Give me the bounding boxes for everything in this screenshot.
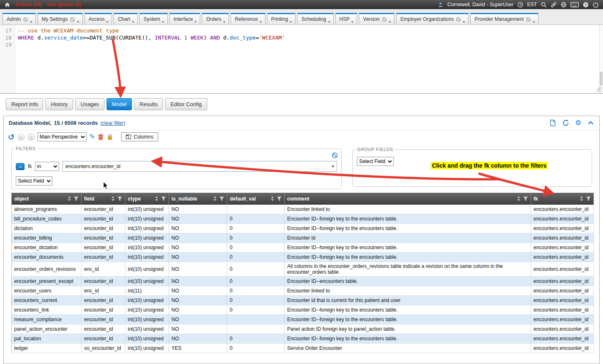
clear-filters-icon[interactable]	[332, 152, 338, 158]
home-icon[interactable]	[4, 2, 10, 8]
history-back-button[interactable]: ‹	[17, 134, 25, 141]
nav-tab-access[interactable]: Access	[84, 13, 112, 25]
filter-value-combobox[interactable]: ▼	[62, 161, 337, 172]
sort-icon[interactable]	[154, 196, 159, 201]
sort-icon[interactable]	[516, 196, 521, 201]
new-document-icon[interactable]	[549, 119, 556, 126]
column-header-field[interactable]: field	[82, 193, 125, 205]
panel-tab-model[interactable]: Model	[107, 98, 132, 110]
edit-perspective-icon[interactable]: ✎	[89, 134, 95, 140]
table-row[interactable]: panel_action_encounterencounter_idint(10…	[12, 324, 594, 334]
table-row[interactable]: dictationencounter_idint(10) unsignedNO0…	[12, 224, 594, 233]
table-row[interactable]: encounter_dictationencounter_idint(10) u…	[12, 243, 594, 253]
tab-menu-circle-icon[interactable]	[456, 17, 461, 22]
column-header-default_val[interactable]: default_val	[227, 193, 285, 205]
column-header-fk[interactable]: fk	[531, 193, 594, 205]
collapse-panel-icon[interactable]	[587, 119, 594, 126]
delete-perspective-icon[interactable]	[98, 134, 104, 140]
panel-tab-history[interactable]: History	[45, 98, 73, 110]
table-row[interactable]: encounter_billingencounter_idint(10) uns…	[12, 233, 594, 243]
sql-editor[interactable]: 171819 -- use the WCEXAM document typeWH…	[0, 25, 603, 94]
clear-filter-link[interactable]: (clear filter)	[100, 120, 125, 126]
panel-header-icons: ⚙	[549, 119, 594, 126]
column-header-comment[interactable]: comment	[285, 193, 531, 205]
filter-funnel-icon[interactable]	[117, 196, 122, 201]
filter-funnel-icon[interactable]	[161, 196, 166, 201]
combo-dropdown-icon[interactable]: ▼	[329, 164, 337, 168]
nav-tab-orders[interactable]: Orders	[202, 13, 229, 25]
sort-icon[interactable]	[212, 196, 218, 201]
tab-menu-circle-icon[interactable]	[23, 17, 28, 22]
table-row[interactable]: bill_procedure_codesencounter_idint(10) …	[12, 214, 594, 224]
nav-tab-my-settings[interactable]: My Settings	[37, 13, 83, 25]
editor-scrollbar[interactable]	[599, 25, 603, 93]
orders-queue-link[interactable]: Orders (44)	[15, 2, 42, 7]
filter-funnel-icon[interactable]	[586, 196, 591, 201]
table-row[interactable]: measure_complianceencounter_idint(10) un…	[12, 315, 594, 324]
undo-icon[interactable]: ↺	[8, 133, 15, 141]
sort-icon[interactable]	[270, 196, 275, 201]
columns-button[interactable]: Columns	[121, 132, 158, 141]
nav-tab-admin[interactable]: Admin	[2, 13, 36, 25]
filter-operator-select[interactable]: in	[35, 162, 59, 171]
gear-icon[interactable]: ⚙	[575, 119, 581, 126]
nav-tab-employer-organizations[interactable]: Employer Organizations	[396, 13, 469, 25]
table-row[interactable]: ledgerso_encounter_idint(10) unsignedYES…	[12, 344, 594, 353]
panel-tab-results[interactable]: Results	[134, 98, 163, 110]
column-header-ctype[interactable]: ctype	[125, 193, 169, 205]
table-row[interactable]: pat_locationencounter_idint(10) unsigned…	[12, 334, 594, 344]
tab-menu-circle-icon[interactable]	[526, 17, 531, 22]
sort-icon[interactable]	[110, 196, 116, 201]
nav-tab-hsp[interactable]: HSP	[335, 13, 357, 25]
table-row[interactable]: encounter_orders_revisionsenc_idint(10) …	[12, 262, 594, 277]
power-icon[interactable]	[593, 2, 599, 8]
doc-queue-link[interactable]: Doc Queue (3)	[47, 2, 81, 7]
add-filter-field-select[interactable]: Select Field	[16, 176, 52, 186]
column-header-object[interactable]: object	[12, 193, 82, 205]
cell-object: measure_compliance	[12, 315, 82, 324]
editor-resize-handle[interactable]	[597, 87, 602, 92]
tab-menu-circle-icon[interactable]	[70, 17, 75, 22]
table-row[interactable]: encounters_currentencounter_idint(10) un…	[12, 296, 594, 305]
nav-tab-chart[interactable]: Chart	[114, 13, 137, 25]
table-row[interactable]: encounter_documentsencounter_idint(10) u…	[12, 253, 594, 262]
refresh-icon[interactable]	[562, 119, 569, 126]
lock-icon[interactable]	[107, 134, 113, 140]
group-field-select[interactable]: Select Field	[357, 157, 394, 166]
scrollbar-thumb[interactable]	[600, 72, 603, 86]
perspective-select[interactable]: Main Perspective	[37, 132, 87, 141]
keyboard-icon[interactable]	[571, 2, 579, 8]
nav-tab-interface[interactable]: Interface	[169, 13, 201, 25]
table-row[interactable]: encounter_usersenc_idint(11)NO0Encounter…	[12, 286, 594, 296]
table-row[interactable]: absence_programsencounter_idint(10) unsi…	[12, 205, 594, 214]
column-header-is_nullable[interactable]: is_nullable	[169, 193, 227, 205]
table-row[interactable]: encounter_present_exceptencounter_idint(…	[12, 277, 594, 286]
remove-filter-button[interactable]: –	[16, 163, 25, 170]
nav-tab-reference[interactable]: Reference	[231, 13, 265, 25]
panel-tab-editor-config[interactable]: Editor Config	[165, 98, 207, 110]
history-forward-button[interactable]: ›	[27, 134, 35, 141]
cell-is_nullable: NO	[169, 243, 227, 253]
nav-tab-version[interactable]: Version	[359, 13, 395, 25]
table-row[interactable]: encounters_linkencounter_idint(10) unsig…	[12, 305, 594, 315]
panel-tab-usages[interactable]: Usages	[75, 98, 104, 110]
filter-funnel-icon[interactable]	[74, 196, 79, 201]
link-icon[interactable]	[551, 2, 557, 8]
panel-tab-report-info[interactable]: Report Info	[6, 98, 43, 110]
sort-icon[interactable]	[579, 196, 584, 201]
help-icon[interactable]	[583, 2, 589, 8]
filter-funnel-icon[interactable]	[277, 196, 282, 201]
clock-icon[interactable]	[517, 2, 524, 8]
filter-funnel-icon[interactable]	[523, 196, 528, 201]
nav-tab-system[interactable]: System	[139, 13, 168, 25]
globe-icon[interactable]	[561, 2, 567, 8]
filter-value-input[interactable]	[63, 163, 329, 169]
nav-tab-printing[interactable]: Printing	[267, 13, 296, 25]
nav-tab-provider-management[interactable]: Provider Management	[470, 13, 538, 25]
filter-funnel-icon[interactable]	[219, 196, 224, 201]
sort-icon[interactable]	[67, 196, 72, 201]
search-icon[interactable]	[541, 2, 547, 8]
nav-tab-scheduling[interactable]: Scheduling	[297, 13, 333, 25]
editor-code[interactable]: -- use the WCEXAM document typeWHERE d.s…	[15, 25, 603, 93]
tab-menu-circle-icon[interactable]	[382, 17, 387, 22]
